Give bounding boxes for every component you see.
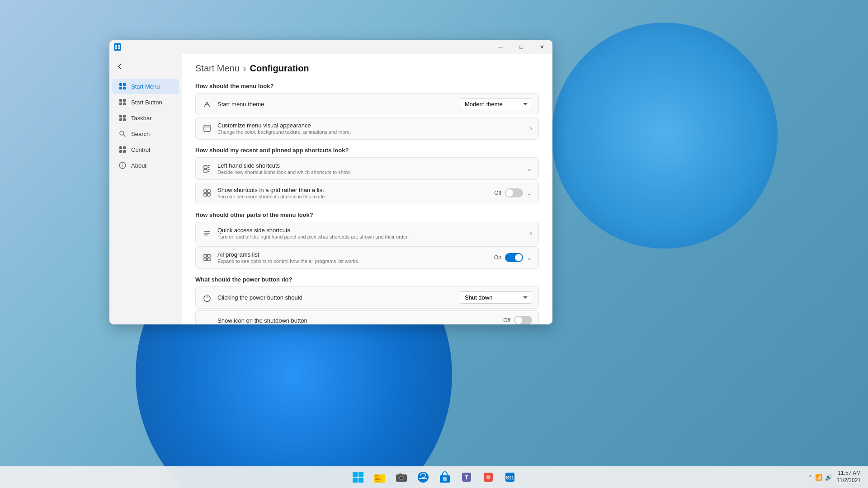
sidebar-item-search[interactable]: Search xyxy=(112,126,179,141)
svg-rect-31 xyxy=(208,190,210,192)
setting-control-left-shortcuts: ⌄ xyxy=(527,165,532,172)
svg-rect-19 xyxy=(119,150,122,153)
setting-row-power-action[interactable]: Clicking the power button should Shut do… xyxy=(195,286,539,309)
quick-access-icon xyxy=(202,228,212,238)
taskbar-apps: T S11 xyxy=(348,467,520,487)
svg-text:S11: S11 xyxy=(506,475,514,480)
maximize-button[interactable]: □ xyxy=(511,40,532,54)
svg-rect-17 xyxy=(119,146,122,149)
taskbar-right: ⌃ 📶 🔊 11:57 AM 11/2/2021 xyxy=(808,470,861,484)
taskbar: T S11 ⌃ 📶 🔊 11:57 AM 11/2/2021 xyxy=(0,466,868,488)
sidebar-label-about: About xyxy=(131,162,146,169)
section-header-shortcuts: How should my recent and pinned app shor… xyxy=(195,147,539,154)
breadcrumb-current: Configuration xyxy=(250,63,309,74)
setting-title-show-icon: Show icon on the shutdown button xyxy=(217,317,498,324)
svg-rect-32 xyxy=(204,193,207,196)
setting-desc-left-shortcuts: Decide how shortcut icons look and which… xyxy=(217,169,521,175)
svg-rect-12 xyxy=(119,115,122,117)
svg-rect-20 xyxy=(123,150,126,153)
toggle-show-grid[interactable] xyxy=(505,188,523,197)
setting-title-customize: Customize menu visual appearance xyxy=(217,122,524,129)
date-display: 11/2/2021 xyxy=(837,477,861,484)
setting-row-customize[interactable]: Customize menu visual appearance Change … xyxy=(195,117,539,140)
setting-control-all-programs: On ⌄ xyxy=(494,253,532,262)
breadcrumb-parent: Start Menu xyxy=(195,63,240,74)
svg-rect-25 xyxy=(208,165,210,166)
setting-row-start-menu-theme[interactable]: Start menu theme Modern theme Classic th… xyxy=(195,93,539,115)
icon-placeholder xyxy=(202,315,212,324)
setting-title-quick-access: Quick access side shortcuts xyxy=(217,227,524,234)
customize-icon xyxy=(202,123,212,133)
bg-decoration-medium xyxy=(552,23,778,249)
taskbar-app-unknown[interactable] xyxy=(478,467,498,487)
sidebar-label-start-button: Start Button xyxy=(131,99,162,106)
setting-title-theme: Start menu theme xyxy=(217,101,454,108)
app-icon xyxy=(114,43,121,51)
svg-point-58 xyxy=(486,475,491,479)
taskbar-app-start11[interactable]: S11 xyxy=(500,467,520,487)
toggle-show-icon[interactable] xyxy=(514,316,532,324)
sidebar-label-taskbar: Taskbar xyxy=(131,115,152,122)
setting-title-left-shortcuts: Left hand side shortcuts xyxy=(217,162,521,169)
taskbar-app-explorer[interactable] xyxy=(370,467,390,487)
toggle-thumb-show-grid xyxy=(506,189,513,197)
svg-rect-36 xyxy=(204,258,207,261)
svg-rect-14 xyxy=(119,118,122,121)
taskbar-app-teams[interactable]: T xyxy=(457,467,476,487)
svg-rect-46 xyxy=(375,479,381,480)
svg-rect-54 xyxy=(443,477,447,481)
toggle-all-programs[interactable] xyxy=(505,253,523,262)
chevron-icon[interactable]: ⌃ xyxy=(808,474,812,480)
clock[interactable]: 11:57 AM 11/2/2021 xyxy=(837,470,861,484)
setting-title-show-grid: Show shortcuts in a grid rather than a l… xyxy=(217,187,489,193)
back-button[interactable] xyxy=(109,59,182,74)
setting-row-left-shortcuts[interactable]: Left hand side shortcuts Decide how shor… xyxy=(195,157,539,180)
network-icon: 📶 xyxy=(815,474,822,481)
taskbar-app-store[interactable] xyxy=(435,467,455,487)
taskbar-app-edge[interactable] xyxy=(413,467,433,487)
setting-text-theme: Start menu theme xyxy=(217,101,454,108)
svg-rect-13 xyxy=(123,115,126,117)
settings-window: ─ □ ✕ Start xyxy=(109,40,552,324)
power-action-dropdown[interactable]: Shut down Restart Sleep Hibernate Lock xyxy=(460,291,532,304)
svg-rect-35 xyxy=(208,254,210,257)
setting-text-left-shortcuts: Left hand side shortcuts Decide how shor… xyxy=(217,162,521,175)
theme-dropdown[interactable]: Modern theme Classic theme Windows 10 th… xyxy=(460,98,532,110)
svg-rect-27 xyxy=(204,169,207,173)
setting-title-all-programs: All programs list xyxy=(217,251,489,258)
setting-title-power-action: Clicking the power button should xyxy=(217,294,454,301)
volume-icon[interactable]: 🔊 xyxy=(825,474,832,481)
control-icon xyxy=(118,145,127,154)
taskbar-app-camera[interactable] xyxy=(392,467,411,487)
svg-rect-30 xyxy=(204,190,207,192)
window-body: Start Menu Start Button xyxy=(109,54,552,324)
svg-rect-44 xyxy=(374,474,379,477)
setting-row-show-icon-shutdown[interactable]: Show icon on the shutdown button Off xyxy=(195,310,539,324)
setting-row-quick-access[interactable]: Quick access side shortcuts Turn on and … xyxy=(195,222,539,244)
all-programs-icon xyxy=(202,253,212,263)
svg-text:i: i xyxy=(122,163,123,168)
title-bar: ─ □ ✕ xyxy=(109,40,552,54)
setting-row-all-programs[interactable]: All programs list Expand to see options … xyxy=(195,246,539,269)
sidebar-item-about[interactable]: i About xyxy=(112,158,179,173)
svg-rect-45 xyxy=(375,478,379,479)
toggle-label-all-programs: On xyxy=(494,254,501,261)
taskbar-icon xyxy=(118,114,127,122)
setting-control-show-grid: Off ⌄ xyxy=(494,188,532,197)
svg-rect-26 xyxy=(208,167,209,168)
close-button[interactable]: ✕ xyxy=(532,40,552,54)
sidebar-item-start-menu[interactable]: Start Menu xyxy=(112,79,179,94)
chevron-all-programs: ⌄ xyxy=(527,254,532,261)
svg-rect-1 xyxy=(118,45,120,47)
taskbar-app-start[interactable] xyxy=(348,467,368,487)
setting-row-show-grid[interactable]: Show shortcuts in a grid rather than a l… xyxy=(195,182,539,204)
svg-rect-37 xyxy=(208,258,210,261)
setting-control-quick-access: › xyxy=(530,230,532,237)
breadcrumb: Start Menu › Configuration xyxy=(195,63,539,74)
about-icon: i xyxy=(118,161,127,169)
minimize-button[interactable]: ─ xyxy=(490,40,511,54)
sidebar-item-start-button[interactable]: Start Button xyxy=(112,94,179,110)
sidebar-item-control[interactable]: Control xyxy=(112,142,179,157)
svg-point-50 xyxy=(400,477,403,479)
sidebar-item-taskbar[interactable]: Taskbar xyxy=(112,110,179,126)
